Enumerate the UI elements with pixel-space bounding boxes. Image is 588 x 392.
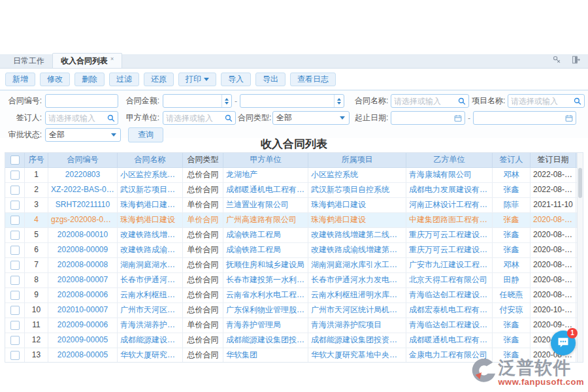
cell-signer[interactable]: 张鑫 bbox=[493, 318, 531, 333]
cell-signer[interactable]: 付安琼 bbox=[493, 303, 531, 318]
cell-party_a[interactable]: 成都能源建设集团投资有限... bbox=[223, 333, 308, 348]
table-row[interactable]: 12202009-00005成都能源建设集团投资有限...总价合同成都能源建设集… bbox=[5, 333, 583, 348]
cell-code[interactable]: 20220803 bbox=[48, 168, 118, 182]
cell-project[interactable]: 青海洪湖养护院项目 bbox=[308, 318, 406, 333]
query-button[interactable]: 查询 bbox=[128, 127, 163, 142]
logout-icon[interactable] bbox=[572, 56, 580, 64]
cell-party_b[interactable]: 河南正林设计工程有限公司 bbox=[406, 198, 493, 212]
cell-code[interactable]: 202008-00007 bbox=[48, 273, 118, 287]
cell-project[interactable]: 华软大厦研究基地中央空调系统工程 bbox=[308, 348, 406, 363]
cell-project[interactable]: 广州市天河区统计局机房改造项目 bbox=[308, 303, 406, 318]
table-row[interactable]: 8202008-00007长春市伊通河水力发电厂改...总价合同长春市建投第一水… bbox=[5, 273, 583, 288]
cell-project[interactable]: 成都能源建设集团投资有限公司临时... bbox=[308, 333, 406, 348]
cell-project[interactable]: 改建铁路成渝线增建第二直通线（成... bbox=[308, 243, 406, 257]
cell-signer[interactable]: 邓林 bbox=[493, 258, 531, 272]
search-icon[interactable] bbox=[574, 97, 581, 105]
cell-code[interactable]: 202008-00006 bbox=[48, 288, 118, 302]
cell-code[interactable]: 202008-00009 bbox=[48, 243, 118, 257]
row-checkbox[interactable] bbox=[10, 171, 20, 180]
toolbar-button[interactable]: 过滤 bbox=[109, 73, 139, 86]
contract-no-input[interactable] bbox=[46, 95, 118, 106]
cell-party_a[interactable]: 成渝铁路工程局 bbox=[223, 228, 308, 242]
cell-project[interactable]: 长春市伊通河水力发电厂改建工程 bbox=[308, 273, 406, 287]
cell-party_b[interactable]: 青海临达创工程建设有限公司 bbox=[406, 318, 493, 333]
row-checkbox[interactable] bbox=[10, 261, 20, 270]
cell-name[interactable]: 成都能源建设集团投资有限... bbox=[118, 333, 183, 348]
table-row[interactable]: 6202008-00009改建铁路成渝线增建第二直...单价合同成渝铁路工程局改… bbox=[5, 243, 583, 258]
cell-name[interactable]: 改建铁路线增建第二线直通... bbox=[118, 228, 183, 242]
contract-type-select[interactable]: 全部 bbox=[272, 111, 350, 125]
tab-close-icon[interactable]: × bbox=[110, 56, 114, 62]
cell-code[interactable]: gzgs-202008-00011 bbox=[48, 213, 118, 227]
cell-party_b[interactable]: 广安市九江建设工程公司 bbox=[406, 258, 493, 272]
cell-code[interactable]: 202008-00005 bbox=[48, 348, 118, 363]
toolbar-button[interactable]: 新增 bbox=[5, 73, 35, 86]
toolbar-button[interactable]: 查看日志 bbox=[290, 73, 336, 86]
cell-party_b[interactable]: 青海临达创工程建设有限公司 bbox=[406, 288, 493, 302]
cell-name[interactable]: 小区监控系统安装工程 bbox=[118, 168, 183, 182]
table-row[interactable]: 3SRHT20211110珠海鹤港口建设收入合同2单价合同兰迪置业有限公司珠海鹤… bbox=[5, 198, 583, 213]
cell-name[interactable]: 云南水利枢纽潜明水库一期... bbox=[118, 288, 183, 302]
cell-project[interactable]: 湖南洞庭湖水库引水工程施工标 bbox=[308, 258, 406, 272]
cell-party_a[interactable]: 云南省水利水电工程有限公司 bbox=[223, 288, 308, 302]
cell-party_a[interactable]: 成都暖通机电工程有限公司 bbox=[223, 183, 308, 197]
cell-party_b[interactable]: 重庆万可云工程建设公司 bbox=[406, 243, 493, 257]
cell-name[interactable]: 华软大厦研究基地中央空调... bbox=[118, 348, 183, 363]
row-checkbox[interactable] bbox=[10, 336, 20, 345]
cell-signer[interactable]: 张鑫 bbox=[493, 333, 531, 348]
select-all-checkbox[interactable] bbox=[10, 155, 20, 165]
cell-name[interactable]: 长春市伊通河水力发电厂改... bbox=[118, 273, 183, 287]
cell-party_a[interactable]: 龙湖地产 bbox=[223, 168, 308, 182]
key-icon[interactable] bbox=[553, 56, 561, 64]
cell-code[interactable]: 202008-00010 bbox=[48, 228, 118, 242]
cell-party_a[interactable]: 广东保利物业管理股份有限... bbox=[223, 303, 308, 318]
table-row[interactable]: 120220803小区监控系统安装工程总价合同龙湖地产小区监控系统青海康城有限公… bbox=[5, 168, 583, 183]
cell-name[interactable]: 广州市天河区统计局机房改... bbox=[118, 303, 183, 318]
search-icon[interactable] bbox=[107, 114, 115, 122]
cell-name[interactable]: 珠海鹤港口建设 bbox=[118, 213, 183, 227]
cell-party_a[interactable]: 成渝铁路工程局 bbox=[223, 243, 308, 257]
cell-project[interactable]: 云南水利枢纽潜明水库一期工程施工标 bbox=[308, 288, 406, 302]
row-checkbox[interactable] bbox=[10, 231, 20, 240]
cell-code[interactable]: XZ-2022-BAS-055 bbox=[48, 183, 118, 197]
cell-party_a[interactable]: 抚顺住房和城乡建设局 bbox=[223, 258, 308, 272]
print-button[interactable]: 打印 bbox=[178, 73, 216, 86]
amount-max-input[interactable] bbox=[240, 95, 334, 106]
cell-party_b[interactable]: 成都电力发展建设有限公司 bbox=[406, 183, 493, 197]
cell-party_b[interactable]: 成都暖通机电工程有限公司 bbox=[406, 333, 493, 348]
amount-min-stepper[interactable] bbox=[221, 95, 231, 107]
cell-signer[interactable]: 张鑫 bbox=[493, 183, 531, 197]
cell-code[interactable]: 202009-00006 bbox=[48, 318, 118, 333]
cell-project[interactable]: 改建铁路线增建第二线直通线（成都... bbox=[308, 228, 406, 242]
cell-code[interactable]: 202010-00007 bbox=[48, 303, 118, 318]
search-icon[interactable] bbox=[225, 114, 233, 122]
toolbar-button[interactable]: 导出 bbox=[255, 73, 286, 86]
cell-code[interactable]: SRHT20211110 bbox=[48, 198, 118, 212]
cell-party_b[interactable]: 青海康城有限公司 bbox=[406, 168, 493, 182]
search-icon[interactable] bbox=[458, 97, 466, 105]
cell-party_a[interactable]: 长春市建投第一水利水电建... bbox=[223, 273, 308, 287]
toolbar-button[interactable]: 还原 bbox=[144, 73, 174, 86]
row-checkbox[interactable] bbox=[10, 306, 20, 315]
cell-name[interactable]: 武汉新芯项目自控系统 bbox=[118, 183, 183, 197]
tab-1[interactable]: 收入合同列表× bbox=[52, 53, 122, 68]
table-row[interactable]: 11202009-00006青海洪湖养护院项目单价合同青海养护管理局青海洪湖养护… bbox=[5, 318, 583, 333]
cell-signer[interactable]: 陈菲 bbox=[493, 198, 531, 212]
amount-min-input[interactable] bbox=[163, 95, 221, 106]
cell-party_b[interactable]: 中建集团路面工程有限公司 bbox=[406, 213, 493, 227]
cell-project[interactable]: 珠海鹤港口建设 bbox=[308, 213, 406, 227]
toolbar-button[interactable]: 删除 bbox=[74, 73, 105, 86]
signer-input[interactable] bbox=[46, 112, 107, 123]
cell-code[interactable]: 202009-00005 bbox=[48, 333, 118, 348]
scrollbar-thumb[interactable] bbox=[578, 168, 582, 198]
cell-party_a[interactable]: 华软集团 bbox=[223, 348, 308, 363]
tab-0[interactable]: 日常工作 bbox=[5, 54, 52, 68]
contract-name-input[interactable] bbox=[391, 95, 458, 106]
table-scrollbar[interactable] bbox=[577, 153, 583, 362]
cell-signer[interactable]: 任晓燕 bbox=[493, 288, 531, 302]
cell-signer[interactable]: 张鑫 bbox=[493, 243, 531, 257]
table-row[interactable]: 4gzgs-202008-00011珠海鹤港口建设单价合同广州高速路有限公司珠海… bbox=[5, 213, 583, 228]
cell-party_b[interactable]: 北京天得工程有限公司 bbox=[406, 273, 493, 287]
cell-name[interactable]: 珠海鹤港口建设收入合同2 bbox=[118, 198, 183, 212]
cell-party_b[interactable]: 成都宏泰机电工程有限公司 bbox=[406, 303, 493, 318]
